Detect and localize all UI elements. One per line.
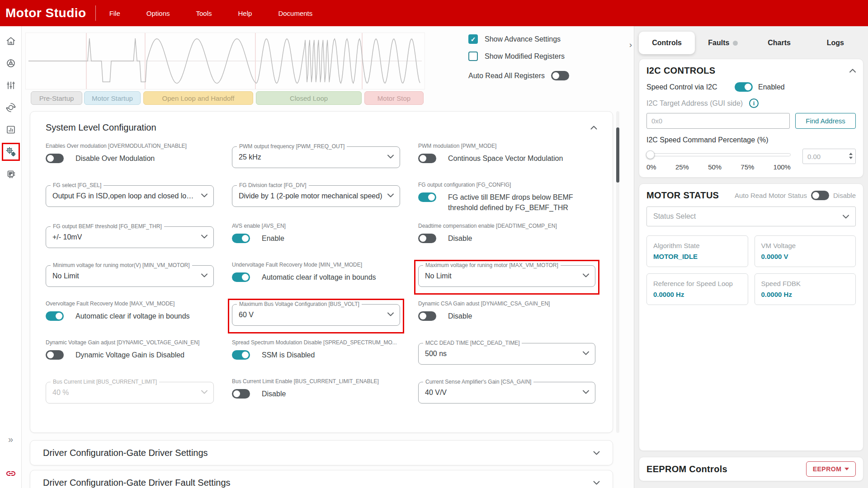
- stage-motor-stop[interactable]: Motor Stop: [364, 91, 424, 105]
- config-field-select: FG select [FG_SEL] Output FG in ISD,open…: [46, 182, 214, 211]
- step-up-icon[interactable]: [849, 153, 853, 155]
- config-select-value: 500 ns: [425, 350, 447, 358]
- speed-slider[interactable]: [646, 153, 791, 156]
- config-field-label: Overvoltage Fault Recovery Mode [MAX_VM_…: [46, 300, 214, 307]
- menu-item-tools[interactable]: Tools: [196, 9, 212, 17]
- config-select[interactable]: FG output BEMF threshold [FG_BEMF_THR] +…: [46, 226, 214, 248]
- eeprom-button[interactable]: EEPROM: [806, 461, 856, 477]
- tab-charts[interactable]: Charts: [751, 32, 807, 54]
- config-field-select: Minimum voltage for runing motor(V) [MIN…: [46, 262, 214, 291]
- rotation-icon[interactable]: [3, 100, 19, 115]
- config-field-label: Bus Current Limit [BUS_CURRENT_LIMIT]: [51, 379, 159, 385]
- stepper-arrows[interactable]: [849, 153, 853, 159]
- main-content: Pre-StartupMotor StartupOpen Loop and Ha…: [22, 26, 634, 488]
- home-icon[interactable]: [3, 33, 19, 49]
- i2c-address-input[interactable]: [646, 113, 790, 129]
- menu-item-help[interactable]: Help: [238, 9, 252, 17]
- chip-icon[interactable]: [3, 166, 19, 182]
- show-advance-settings-checkbox[interactable]: [468, 34, 478, 44]
- speed-control-toggle[interactable]: [735, 82, 753, 92]
- config-select[interactable]: Current Sense Amplifier's Gain [CSA_GAIN…: [418, 382, 595, 404]
- scrollbar-thumb[interactable]: [616, 127, 619, 183]
- menu-item-documents[interactable]: Documents: [278, 9, 312, 17]
- config-toggle[interactable]: [418, 234, 436, 243]
- menu-item-file[interactable]: File: [109, 9, 120, 17]
- show-modified-registers-label: Show Modified Registers: [485, 52, 565, 61]
- tune-sliders-icon[interactable]: [3, 78, 19, 93]
- motor-wheel-icon[interactable]: [3, 56, 19, 71]
- config-toggle-state: SSM is Disabled: [262, 350, 315, 360]
- tab-logs[interactable]: Logs: [807, 32, 863, 54]
- config-toggle[interactable]: [232, 234, 250, 243]
- config-toggle[interactable]: [418, 311, 436, 321]
- config-select[interactable]: FG Division factor [FG_DIV] Divide by 1 …: [232, 185, 400, 207]
- find-address-button[interactable]: Find Address: [795, 113, 856, 129]
- stage-pre-startup[interactable]: Pre-Startup: [31, 91, 82, 105]
- speed-control-state: Enabled: [758, 83, 785, 91]
- tab-label: Charts: [768, 39, 791, 47]
- slider-tick: 0%: [646, 163, 656, 171]
- config-select[interactable]: FG select [FG_SEL] Output FG in ISD,open…: [46, 185, 214, 207]
- config-toggle[interactable]: [418, 154, 436, 163]
- header-menu: FileOptionsToolsHelpDocuments: [104, 9, 313, 17]
- stage-closed-loop[interactable]: Closed Loop: [256, 91, 362, 105]
- config-select[interactable]: Maximum Bus Voltage Configuration [BUS_V…: [232, 304, 400, 326]
- sidebar-expand-icon[interactable]: »: [8, 434, 13, 445]
- tab-controls[interactable]: Controls: [639, 32, 695, 54]
- register-gears-icon[interactable]: [3, 144, 19, 160]
- config-field-toggle: Dynamic CSA Gain adust [DYNAMIC_CSA_GAIN…: [418, 300, 595, 329]
- status-tile-label: Speed FDBK: [761, 280, 849, 287]
- config-field-label: Minimum voltage for runing motor(V) [MIN…: [51, 262, 192, 268]
- stage-motor-startup[interactable]: Motor Startup: [84, 91, 141, 105]
- config-toggle[interactable]: [46, 154, 64, 163]
- eeprom-button-label: EEPROM: [813, 465, 842, 473]
- config-field-toggle: Bus Current Limit Enable [BUS_CURRENT_LI…: [232, 378, 400, 407]
- chevron-down-icon: [387, 312, 394, 316]
- config-field-label: Dynamic Voltage Gain adjust [DYNAMIC_VOL…: [46, 339, 214, 346]
- config-toggle[interactable]: [46, 350, 64, 360]
- config-select[interactable]: PWM output frequency [PWM_FREQ_OUT] 25 k…: [232, 146, 400, 168]
- stage-open-loop-and-handoff[interactable]: Open Loop and Handoff: [143, 91, 253, 105]
- chevron-down-icon: [201, 235, 208, 239]
- step-down-icon[interactable]: [849, 157, 853, 159]
- config-select[interactable]: Minimum voltage for runing motor(V) [MIN…: [46, 265, 214, 287]
- slider-knob[interactable]: [646, 150, 655, 159]
- config-toggle[interactable]: [232, 389, 250, 399]
- menu-item-options[interactable]: Options: [146, 9, 170, 17]
- config-select-value: 40 %: [52, 389, 69, 397]
- config-select-value: No Limit: [52, 272, 79, 280]
- panel-collapse-chevron-icon[interactable]: ›: [629, 40, 632, 50]
- config-toggle-state: Dynamic Voltage Gain is Disabled: [75, 350, 184, 360]
- info-icon[interactable]: i: [749, 99, 759, 108]
- config-field-toggle: Enables Over modulation [OVERMODULATION_…: [46, 143, 214, 172]
- app-title: Motor Studio: [0, 6, 95, 20]
- monitor-chart-icon[interactable]: [3, 122, 19, 137]
- config-toggle[interactable]: [46, 311, 64, 321]
- link-icon[interactable]: [5, 468, 16, 481]
- config-select[interactable]: MCC DEAD TIME [MCC_DEAD_TIME] 500 ns: [418, 343, 595, 365]
- config-toggle-state: Automatic clear if voltage in bounds: [262, 272, 376, 282]
- accordion-gate-driver-settings[interactable]: Driver Configuration-Gate Driver Setting…: [30, 440, 613, 465]
- accordion-gate-driver-fault-settings[interactable]: Driver Configuration-Gate Driver Fault S…: [30, 470, 613, 488]
- scrollbar-track[interactable]: [616, 111, 619, 433]
- config-field-select: Maximum Bus Voltage Configuration [BUS_V…: [232, 300, 400, 329]
- auto-read-motor-label: Auto Read Motor Status: [735, 192, 807, 199]
- config-select[interactable]: Maximum voltage for runing motor [MAX_VM…: [418, 265, 595, 287]
- tab-faults[interactable]: Faults: [695, 32, 751, 54]
- config-select[interactable]: Bus Current Limit [BUS_CURRENT_LIMIT] 40…: [46, 382, 214, 404]
- tab-label: Faults: [708, 39, 729, 47]
- chevron-up-icon[interactable]: [590, 126, 597, 130]
- status-select-dropdown[interactable]: Status Select: [646, 206, 856, 226]
- show-modified-registers-checkbox[interactable]: [468, 52, 478, 61]
- auto-read-all-toggle[interactable]: [551, 71, 569, 80]
- config-toggle[interactable]: [232, 272, 250, 282]
- config-toggle[interactable]: [418, 192, 436, 202]
- config-toggle[interactable]: [232, 350, 250, 360]
- chevron-up-icon[interactable]: [849, 69, 856, 73]
- tab-status-dot: [733, 41, 738, 46]
- speed-value-input[interactable]: [802, 149, 856, 164]
- waveform-path: [28, 38, 420, 83]
- chevron-down-icon: [387, 193, 394, 197]
- config-field-label: FG Division factor [FG_DIV]: [237, 182, 309, 188]
- auto-read-motor-toggle[interactable]: [811, 191, 829, 200]
